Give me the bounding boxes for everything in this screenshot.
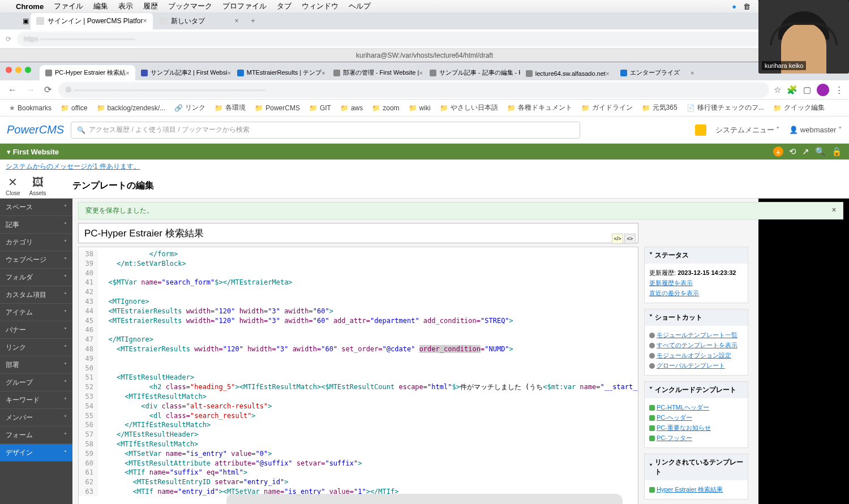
system-message-link[interactable]: システムからのメッセージが1 件あります。 [6,162,140,170]
menu-edit[interactable]: 編集 [93,1,108,11]
reload-icon[interactable]: ⟳ [6,35,11,43]
browser-tab[interactable]: 部署の管理 - First Website |× [328,65,424,80]
panel-icon[interactable]: ▢ [803,85,811,95]
menu-window[interactable]: ウィンドウ [302,1,338,11]
add-icon[interactable]: + [773,147,783,157]
code-line[interactable]: 39 </mt:SetVarBlock> [79,259,638,269]
close-icon[interactable]: × [321,70,325,76]
browser-tab[interactable]: エンタープライズ× [615,65,700,80]
extensions-icon[interactable]: 🧩 [787,85,797,95]
bookmark-item[interactable]: 📁元気365 [638,101,681,114]
code-line[interactable]: 51 <MTEstResultHeader> [79,373,638,382]
sidebar-item[interactable]: アイテム˅ [0,304,72,321]
close-button[interactable]: ✕ Close [6,175,20,196]
bookmark-item[interactable]: 📁office [57,102,91,114]
search-icon[interactable]: 🔍 [815,147,826,157]
menu-help[interactable]: ヘルプ [349,1,371,11]
sidebar-item[interactable]: グループ˅ [0,374,72,391]
code-line[interactable]: 48 <MTEstraierResults wwidth="120" hwidt… [79,344,638,354]
code-line[interactable]: 53 <MTIfEstResultMatch> [79,392,638,402]
panel-link[interactable]: PC-フッター [657,434,692,441]
code-line[interactable]: 45 <MTEstraierResults wwidth="120" hwidt… [79,316,638,326]
code-line[interactable]: 55 <dl class="search_result"> [79,411,638,421]
panel-link[interactable]: モジュールテンプレート一覧 [657,331,737,338]
template-title-input[interactable] [78,223,638,243]
panel-header[interactable]: ˅ ショートカット [645,309,748,326]
cms-search[interactable]: 🔍 アクセス履歴 / よく使う項目 / ブックマークから検索 [71,122,580,139]
url-input[interactable]: https —————————————— [17,32,775,46]
panel-header[interactable]: ˅ インクルードテンプレート [645,382,748,398]
code-line[interactable]: 38 </form> [79,249,638,259]
sidebar-item[interactable]: キーワード˅ [0,391,72,409]
code-line[interactable]: 44 <MTEstraierResults wwidth="120" hwidt… [79,307,638,316]
browser-tab[interactable]: サンプル記事 - 記事の編集 - F× [424,65,520,80]
sidebar-item[interactable]: リンク˅ [0,339,72,356]
code-line[interactable]: 62 <MTEstResultEntryID setvar="entry_id"… [79,477,638,487]
bookmark-item[interactable]: 📁aws [337,102,366,114]
panel-link[interactable]: すべてのテンプレートを表示 [657,342,737,348]
bookmark-item[interactable]: ★Bookmarks [6,102,55,114]
code-line[interactable]: 42 [79,287,638,297]
menu-view[interactable]: 表示 [118,1,133,11]
user-menu[interactable]: 👤 webmaster ˅ [789,126,842,134]
cms-logo[interactable]: PowerCMS [7,123,64,136]
outer-tab-1[interactable]: サインイン | PowerCMS Platfor × [31,13,153,29]
kebab-icon[interactable]: ⋮ [835,85,843,95]
sync-icon[interactable]: ⟲ [789,147,796,157]
sidebar-item[interactable]: 部署˅ [0,356,72,374]
bookmark-item[interactable]: 📁各環境 [211,101,249,114]
sidebar-item[interactable]: フォルダ˅ [0,269,72,286]
window-controls[interactable] [6,67,31,73]
bookmark-item[interactable]: 📁GIT [306,102,335,114]
url-input[interactable]: ⚙ —————————————————————————— [58,82,769,98]
forward-icon[interactable]: → [24,85,37,95]
code-line[interactable]: 50 [79,364,638,373]
code-line[interactable]: 56 </MTIfEstResultMatch> [79,420,638,430]
panel-link[interactable]: PC-重要なお知らせ [657,424,711,431]
close-icon[interactable]: × [419,70,422,76]
sidebar-item[interactable]: スペース˅ [0,199,72,216]
external-icon[interactable]: ↗ [802,147,809,157]
panel-link[interactable]: モジュールオプション設定 [657,352,731,359]
history-link[interactable]: 更新履歴を表示 [649,279,693,286]
browser-tab[interactable]: サンプル記事2 | First Websi× [135,65,231,80]
close-icon[interactable]: × [606,70,609,77]
close-icon[interactable]: × [143,17,147,25]
panel-link[interactable]: Hyper Estraier 検索結果 [657,486,723,493]
code-line[interactable]: 59 <MTSetVar name="is_entry" value="0"> [79,449,638,459]
code-line[interactable]: 46 [79,325,638,335]
close-icon[interactable]: × [234,17,238,25]
sidebar-item[interactable]: ウェブページ˅ [0,251,72,269]
back-icon[interactable]: ← [6,85,19,95]
sidebar-item[interactable]: フォーム˅ [0,427,72,444]
dropdown-icon[interactable]: ▾ [7,148,11,156]
bookmark-item[interactable]: 📁wiki [405,102,434,114]
avatar[interactable] [817,84,829,96]
panel-link[interactable]: PC-HTMLヘッダー [657,404,709,411]
bookmark-item[interactable]: 📁ガイドライン [578,101,636,114]
panel-header[interactable]: ˅ リンクされているテンプレート [645,454,748,480]
code-line[interactable]: 58 <MTIfEstResultMatch> [79,440,638,449]
close-icon[interactable]: × [832,206,836,216]
sidebar-item[interactable]: バナー˅ [0,321,72,339]
reload-icon[interactable]: ⟳ [42,84,54,95]
panel-link[interactable]: PC-ヘッダー [657,414,692,421]
close-icon[interactable]: × [126,70,129,76]
trash-icon[interactable]: 🗑 [743,2,751,11]
code-line[interactable]: 52 <h2 class="heading_5"><MTIfEstResultM… [79,382,638,392]
sidebar-toggle-icon[interactable]: ▣ [23,17,31,25]
diff-link[interactable]: 直近の差分を表示 [649,290,699,296]
new-tab-button[interactable]: + [246,17,261,25]
menu-history[interactable]: 履歴 [143,1,158,11]
star-icon[interactable]: ☆ [774,85,781,95]
bookmark-item[interactable]: 📁やさしい日本語 [436,101,501,114]
menu-bookmarks[interactable]: ブックマーク [168,1,212,11]
code-line[interactable]: 47 </MTIgnore> [79,335,638,344]
browser-tab[interactable]: PC-Hyper Estraier 検索結× [40,65,135,80]
notification-icon[interactable] [695,124,706,136]
site-name[interactable]: First Website [13,148,59,156]
browser-tab[interactable]: lecture64.sw.alfasado.net× [520,67,615,80]
code-line[interactable]: 49 [79,354,638,364]
sidebar-item[interactable]: 記事˅ [0,216,72,234]
sidebar-item[interactable]: メンバー˅ [0,409,72,427]
